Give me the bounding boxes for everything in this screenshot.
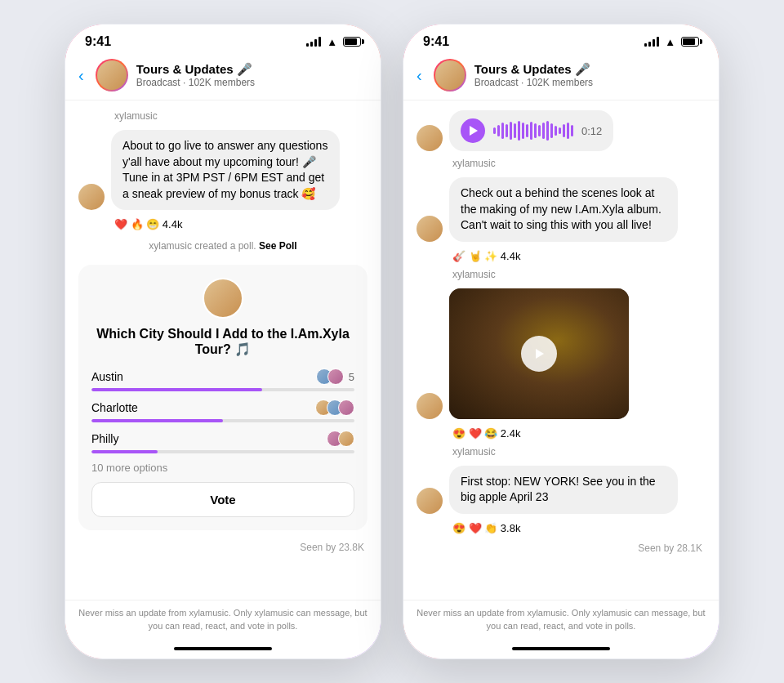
audio-duration: 0:12 bbox=[581, 125, 602, 137]
reactions-3: 😍 ❤️ 😂 2.4k bbox=[452, 427, 706, 440]
status-icons-left: ▲ bbox=[306, 36, 361, 48]
seen-label-right: Seen by 28.1K bbox=[416, 541, 706, 556]
poll-bar-fill-charlotte bbox=[91, 419, 223, 422]
msg-bubble-1: About to go live to answer any questions… bbox=[111, 130, 340, 210]
wave-bar bbox=[550, 123, 553, 138]
channel-avatar-left bbox=[96, 59, 128, 92]
poll-bar-fill-philly bbox=[91, 450, 158, 453]
poll-bar-bg-charlotte bbox=[91, 419, 354, 422]
poll-question: Which City Should I Add to the I.Am.Xyla… bbox=[91, 327, 354, 357]
channel-sub-left: Broadcast · 102K members bbox=[136, 77, 368, 88]
poll-label-austin: Austin bbox=[91, 370, 123, 383]
poll-option-philly: Philly bbox=[91, 431, 354, 453]
play-triangle-icon bbox=[470, 126, 478, 136]
see-poll-link[interactable]: See Poll bbox=[259, 240, 297, 252]
channel-sub-right: Broadcast · 102K members bbox=[474, 77, 706, 88]
wave-bar bbox=[526, 124, 528, 137]
poll-notification: xylamusic created a poll. See Poll bbox=[78, 237, 368, 255]
poll-right-charlotte bbox=[315, 400, 354, 416]
msg-bubble-4: First stop: NEW YORK! See you in the big… bbox=[449, 466, 678, 514]
video-msg-avatar bbox=[416, 393, 443, 419]
seen-label-left: Seen by 23.8K bbox=[78, 540, 368, 555]
wave-bar bbox=[571, 125, 573, 136]
wave-bar bbox=[534, 123, 537, 138]
voter-avatar-5 bbox=[338, 400, 354, 416]
wave-bar bbox=[555, 126, 557, 136]
audio-msg-avatar bbox=[416, 125, 443, 151]
poll-voters-charlotte bbox=[315, 400, 354, 416]
vote-button[interactable]: Vote bbox=[91, 482, 354, 517]
poll-avatar-container bbox=[91, 278, 354, 319]
channel-avatar-right bbox=[434, 59, 466, 92]
video-play-icon bbox=[536, 349, 544, 359]
status-icons-right: ▲ bbox=[644, 36, 699, 48]
video-msg-row bbox=[416, 288, 706, 419]
right-phone: 9:41 ▲ ‹ Tours & Updates bbox=[402, 23, 720, 660]
poll-label-philly: Philly bbox=[91, 432, 118, 445]
poll-option-charlotte: Charlotte bbox=[91, 400, 354, 422]
channel-name-left: Tours & Updates 🎤 bbox=[136, 62, 368, 77]
video-play-button[interactable] bbox=[521, 336, 557, 372]
play-button[interactable] bbox=[461, 118, 485, 143]
wave-bar bbox=[510, 122, 512, 140]
poll-count-austin: 5 bbox=[349, 371, 354, 383]
video-thumbnail[interactable] bbox=[449, 288, 629, 419]
wifi-icon: ▲ bbox=[327, 36, 337, 48]
wave-bar bbox=[522, 123, 524, 139]
sender-label-4: xylamusic bbox=[452, 446, 706, 458]
poll-bar-bg-austin bbox=[91, 388, 354, 391]
msg-row-4: First stop: NEW YORK! See you in the big… bbox=[416, 466, 706, 514]
chat-area-right: 0:12 xylamusic Check out a behind the sc… bbox=[403, 100, 719, 642]
battery-icon-right bbox=[681, 37, 699, 47]
poll-card: Which City Should I Add to the I.Am.Xyla… bbox=[78, 265, 368, 530]
chat-footer-left: Never miss an update from xylamusic. Onl… bbox=[65, 600, 381, 642]
msg-avatar-1 bbox=[78, 184, 105, 210]
poll-avatar bbox=[203, 278, 243, 319]
home-bar-right bbox=[512, 647, 610, 650]
chat-footer-right: Never miss an update from xylamusic. Onl… bbox=[403, 600, 719, 642]
home-bar-left bbox=[174, 647, 272, 650]
poll-right-philly bbox=[327, 431, 354, 447]
wave-bar bbox=[567, 123, 569, 139]
wave-bar bbox=[530, 122, 532, 140]
video-overlay bbox=[449, 288, 629, 419]
channel-name-right: Tours & Updates 🎤 bbox=[474, 62, 706, 77]
wave-bar bbox=[546, 121, 549, 141]
sender-label-3: xylamusic bbox=[452, 269, 706, 280]
wave-bar bbox=[518, 121, 520, 141]
reactions-2: 🎸 🤘 ✨ 4.4k bbox=[452, 250, 706, 262]
status-bar-right: 9:41 ▲ bbox=[403, 25, 719, 52]
msg-bubble-2: Check out a behind the scenes look at th… bbox=[449, 177, 678, 242]
wifi-icon-right: ▲ bbox=[665, 36, 675, 48]
chat-area-left: xylamusic About to go live to answer any… bbox=[65, 100, 381, 642]
chat-header-right: ‹ Tours & Updates 🎤 Broadcast · 102K mem… bbox=[403, 52, 719, 100]
header-info-right: Tours & Updates 🎤 Broadcast · 102K membe… bbox=[474, 62, 706, 88]
poll-more-options: 10 more options bbox=[91, 462, 354, 474]
left-phone: 9:41 ▲ ‹ Tours & Updates bbox=[64, 23, 382, 660]
poll-option-austin: Austin 5 bbox=[91, 368, 354, 391]
chat-scroll-left: xylamusic About to go live to answer any… bbox=[65, 100, 381, 600]
voter-avatar-2 bbox=[327, 368, 344, 385]
header-info-left: Tours & Updates 🎤 Broadcast · 102K membe… bbox=[136, 62, 368, 88]
msg-row-2: Check out a behind the scenes look at th… bbox=[416, 177, 706, 242]
status-bar-left: 9:41 ▲ bbox=[65, 25, 381, 52]
voter-avatar-7 bbox=[338, 431, 354, 447]
back-button-left[interactable]: ‹ bbox=[78, 66, 87, 85]
battery-icon bbox=[343, 37, 361, 47]
wave-bar bbox=[542, 123, 545, 139]
back-button-right[interactable]: ‹ bbox=[416, 66, 425, 85]
wave-bar bbox=[538, 125, 541, 136]
home-indicator-right bbox=[403, 642, 719, 658]
chat-header-left: ‹ Tours & Updates 🎤 Broadcast · 102K mem… bbox=[65, 52, 381, 100]
sender-label-2: xylamusic bbox=[452, 158, 706, 169]
poll-voters-philly bbox=[327, 431, 354, 447]
reactions-4: 😍 ❤️ 👏 3.8k bbox=[452, 522, 706, 534]
poll-label-charlotte: Charlotte bbox=[91, 401, 138, 414]
reactions-1: ❤️ 🔥 😁 4.4k bbox=[114, 218, 368, 230]
poll-bar-bg-philly bbox=[91, 450, 354, 453]
msg-avatar-4 bbox=[416, 488, 443, 514]
signal-icon-right bbox=[644, 37, 659, 47]
wave-bar bbox=[563, 124, 565, 137]
time-right: 9:41 bbox=[423, 34, 449, 49]
phones-container: 9:41 ▲ ‹ Tours & Updates bbox=[64, 23, 720, 660]
